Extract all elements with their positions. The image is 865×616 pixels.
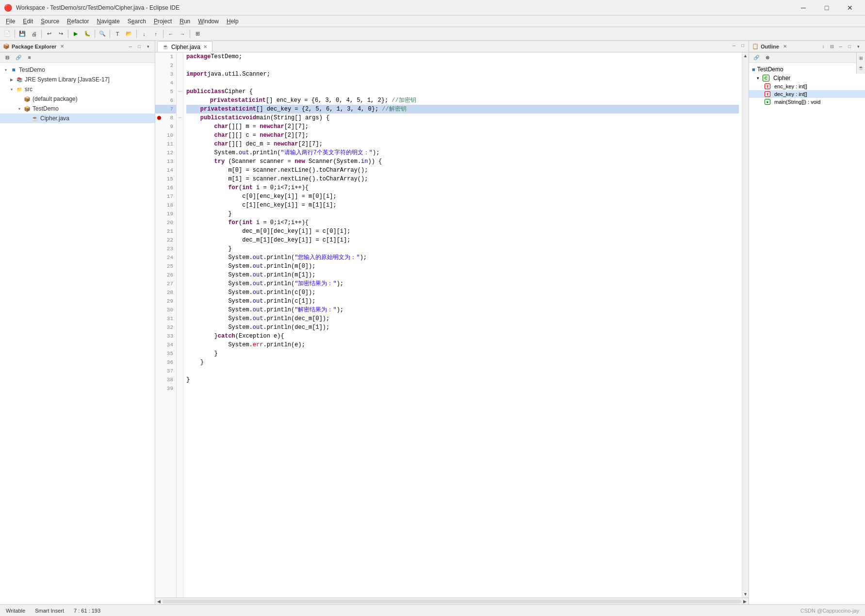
overview-ruler: ▲ ▼ [742,52,749,598]
menu-source[interactable]: Source [37,16,63,27]
outline-item-main[interactable]: ● main(String[]) : void [749,98,865,106]
outline-item-testdemo[interactable]: ■ TestDemo [749,65,865,74]
right-panel-header-left: 📋 Outline ✕ [752,43,787,49]
outline-toolbar: 🔗 ⊛ [749,52,865,63]
code-line-19: } [186,210,739,218]
linenum-39: 39 [155,384,176,393]
toolbar-search[interactable]: 🔍 [97,29,108,39]
toolbar-sep-7 [163,30,163,38]
outline-item-enc-key[interactable]: f enc_key : int[] [749,82,865,90]
toolbar-next-annotation[interactable]: ↓ [139,29,149,39]
scroll-down-btn[interactable]: ▼ [743,592,748,597]
tree-label-testdemo: TestDemo [19,66,45,73]
maximize-button[interactable]: □ [816,0,838,16]
menu-run[interactable]: Run [176,16,194,27]
h-scroll-left[interactable]: ◀ [157,599,161,604]
outline-item-cipher[interactable]: ▾ C Cipher [749,74,865,82]
menu-help[interactable]: Help [223,16,243,27]
code-line-39 [186,384,739,393]
right-panel-close-x: ✕ [783,44,787,49]
tree-arrow-jre: ▶ [8,76,16,83]
tree-item-cipher[interactable]: ▶ ☕ Cipher.java [0,113,155,123]
menu-window[interactable]: Window [194,16,223,27]
view-menu-btn[interactable]: ▾ [144,43,152,50]
menu-edit[interactable]: Edit [19,16,37,27]
left-panel-title: Package Explorer [12,44,56,49]
close-button[interactable]: ✕ [839,0,861,16]
toolbar-open-type[interactable]: T [112,29,123,39]
menu-navigate[interactable]: Navigate [93,16,123,27]
title-controls: ─ □ ✕ [792,0,861,16]
linenum-5: 5 [155,87,176,96]
toolbar-back[interactable]: ← [165,29,176,39]
toolbar-print[interactable]: 🖨 [29,29,39,39]
linenum-26: 26 [155,271,176,279]
editor-maximize-btn[interactable]: □ [739,42,747,49]
editor-minimize-btn[interactable]: ─ [730,42,738,49]
tree-item-default-pkg[interactable]: ▶ 📦 (default package) [0,94,155,104]
toolbar-open-resource[interactable]: 📂 [124,29,134,39]
outline-collapse-btn[interactable]: ⊟ [828,43,836,50]
editor-tab-controls: ─ □ [730,42,747,49]
toolbar: 📄 💾 🖨 ↩ ↪ ▶ 🐛 🔍 T 📂 ↓ ↑ ← → ⊞ [0,27,865,41]
toolbar-new[interactable]: 📄 [2,29,13,39]
code-area[interactable]: package TestDemo; import java.util.Scann… [183,52,742,598]
toolbar-redo[interactable]: ↪ [55,29,66,39]
menu-project[interactable]: Project [150,16,176,27]
scroll-up-btn[interactable]: ▲ [743,53,748,58]
toolbar-undo[interactable]: ↩ [44,29,54,39]
toolbar-save[interactable]: 💾 [17,29,28,39]
toolbar-perspective[interactable]: ⊞ [192,29,203,39]
toolbar-prev-annotation[interactable]: ↑ [150,29,161,39]
code-line-1: package TestDemo; [186,52,739,61]
minimize-panel-btn[interactable]: ─ [127,43,134,50]
link-editor-btn[interactable]: 🔗 [13,52,24,63]
right-panel-controls: ↕ ⊟ ─ □ ▾ [819,43,862,50]
tree-item-testdemo-pkg[interactable]: ▾ 📦 TestDemo [0,104,155,113]
toolbar-forward[interactable]: → [177,29,188,39]
right-panel-title: Outline [761,44,779,49]
outline-item-dec-key[interactable]: f dec_key : int[] [749,90,865,98]
java-perspective-btn[interactable]: ☕ [857,64,865,72]
status-left: Writable Smart Insert 7 : 61 : 193 [6,608,100,614]
code-line-9: char[][] m = new char[2][7]; [186,122,739,131]
src-folder-icon: 📁 [16,85,23,93]
outline-menu-btn[interactable]: ▾ [854,43,862,50]
minimize-button[interactable]: ─ [792,0,815,16]
linenum-14: 14 [155,166,176,175]
editor-tab-cipher[interactable]: ☕ Cipher.java ✕ [157,41,212,52]
view-menu-btn2[interactable]: ≡ [24,52,35,63]
tree-item-jre[interactable]: ▶ 📚 JRE System Library [JavaSE-17] [0,75,155,84]
code-line-11: char[][] dec_m = new char[2][7]; [186,140,739,148]
linenum-34: 34 [155,340,176,349]
h-scrollbar[interactable]: ◀ ▶ [155,598,749,604]
package2-icon: 📦 [23,105,31,113]
toolbar-debug[interactable]: 🐛 [82,29,93,39]
perspective-btn[interactable]: ⊞ [857,54,865,62]
code-line-38: } [186,375,739,384]
tree-item-src[interactable]: ▾ 📁 src [0,84,155,94]
outline-filter-btn[interactable]: ⊛ [762,52,773,63]
linenum-11: 11 [155,140,176,148]
outline-minimize-btn[interactable]: ─ [837,43,845,50]
code-line-28: System.out.println(c[0]); [186,288,739,297]
menu-search[interactable]: Search [124,16,150,27]
menu-refactor[interactable]: Refactor [63,16,93,27]
menu-file[interactable]: File [2,16,19,27]
toolbar-sep-3 [68,30,68,38]
tree-item-testdemo[interactable]: ▾ ■ TestDemo [0,65,155,75]
h-scroll-right[interactable]: ▶ [743,599,747,604]
maximize-panel-btn[interactable]: □ [135,43,143,50]
outline-link-btn[interactable]: 🔗 [751,52,762,63]
line-numbers: 1 2 3 4 5 6 7 8 9 10 11 12 13 14 15 16 1… [155,52,177,598]
toolbar-run[interactable]: ▶ [70,29,81,39]
app-icon: 🔴 [4,4,12,12]
linenum-10: 10 [155,131,176,140]
project-icon: ■ [10,66,17,74]
linenum-12: 12 [155,148,176,157]
toolbar-sep-1 [15,30,15,38]
outline-maximize-btn[interactable]: □ [846,43,853,50]
tab-close-btn[interactable]: ✕ [203,44,207,49]
outline-sort-btn[interactable]: ↕ [819,43,827,50]
collapse-all-btn[interactable]: ⊟ [2,52,13,63]
